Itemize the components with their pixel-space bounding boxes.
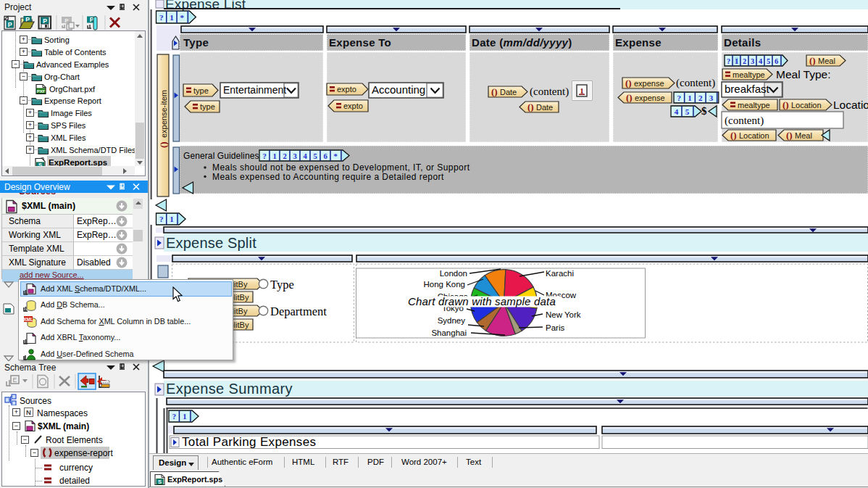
svg-text:(): () bbox=[809, 55, 816, 66]
svg-text:Sydney: Sydney bbox=[438, 316, 466, 325]
svg-text:Expense: Expense bbox=[615, 36, 662, 49]
svg-text:4: 4 bbox=[759, 57, 763, 65]
svg-text:(content): (content) bbox=[725, 115, 764, 127]
svg-text:PXF: PXF bbox=[37, 89, 46, 94]
svg-text:5: 5 bbox=[313, 152, 317, 160]
svg-text:expto: expto bbox=[337, 85, 356, 94]
svg-text:2: 2 bbox=[283, 152, 286, 160]
svg-text:Chart drawn with sample data: Chart drawn with sample data bbox=[408, 295, 556, 307]
svg-text:mealtype: mealtype bbox=[738, 101, 770, 109]
svg-text:*: * bbox=[333, 152, 337, 160]
svg-text:Date: Date bbox=[500, 88, 517, 96]
svg-text:Location: Location bbox=[739, 131, 769, 140]
svg-text:Location: Location bbox=[791, 101, 822, 109]
svg-text:Meal: Meal bbox=[795, 131, 812, 140]
svg-text:?: ? bbox=[262, 152, 266, 160]
svg-text:Expense To: Expense To bbox=[329, 36, 391, 49]
svg-text:Total Parking Expenses: Total Parking Expenses bbox=[182, 435, 316, 449]
svg-text:(): () bbox=[626, 92, 633, 103]
svg-text:P: P bbox=[43, 17, 47, 25]
svg-text:Paris: Paris bbox=[546, 323, 564, 332]
svg-text:Meal Type:: Meal Type: bbox=[776, 68, 831, 80]
svg-text:mealtype: mealtype bbox=[733, 70, 765, 79]
svg-text:?: ? bbox=[159, 13, 164, 22]
svg-text:(): () bbox=[491, 86, 498, 97]
svg-text:1: 1 bbox=[170, 13, 174, 22]
svg-text:?: ? bbox=[677, 94, 682, 102]
svg-text:(content): (content) bbox=[530, 86, 569, 98]
svg-text:Expense Summary: Expense Summary bbox=[166, 381, 293, 397]
svg-text:3: 3 bbox=[709, 94, 714, 102]
svg-text:(content): (content) bbox=[676, 77, 715, 89]
svg-text:4: 4 bbox=[675, 107, 679, 116]
svg-text:expense: expense bbox=[634, 79, 664, 88]
svg-text:E: E bbox=[12, 376, 17, 384]
svg-text:Hong Kong: Hong Kong bbox=[423, 280, 465, 289]
svg-text:1: 1 bbox=[183, 413, 186, 421]
svg-text:Date: Date bbox=[536, 103, 553, 112]
svg-text:6: 6 bbox=[323, 152, 327, 160]
svg-text:expense: expense bbox=[635, 94, 665, 102]
svg-text:breakfast: breakfast bbox=[725, 83, 770, 95]
svg-text:type: type bbox=[200, 102, 215, 111]
svg-text:2: 2 bbox=[698, 94, 703, 102]
svg-text:XML: XML bbox=[23, 317, 33, 322]
svg-text:Accounting: Accounting bbox=[372, 83, 425, 96]
svg-text:3: 3 bbox=[751, 57, 754, 65]
svg-text:(): () bbox=[625, 78, 632, 88]
svg-text:5: 5 bbox=[767, 57, 770, 65]
svg-text:Expense List: Expense List bbox=[165, 0, 246, 12]
svg-text:(): () bbox=[158, 141, 169, 148]
svg-text:1: 1 bbox=[170, 215, 174, 223]
svg-text:type: type bbox=[193, 86, 209, 95]
svg-text:1: 1 bbox=[688, 94, 692, 102]
svg-text:Karachi: Karachi bbox=[546, 269, 574, 278]
svg-text:Department: Department bbox=[270, 305, 327, 318]
svg-text:Type: Type bbox=[183, 36, 209, 49]
svg-text:S: S bbox=[158, 479, 162, 485]
svg-text:Date (mm/dd/yyyy): Date (mm/dd/yyyy) bbox=[472, 36, 572, 49]
svg-text:(): () bbox=[786, 130, 793, 141]
svg-text:?: ? bbox=[172, 413, 176, 421]
svg-text:?: ? bbox=[159, 215, 164, 223]
svg-text:General Guidelines:: General Guidelines: bbox=[183, 151, 262, 161]
svg-text:Shanghai: Shanghai bbox=[431, 328, 467, 337]
svg-text:Details: Details bbox=[724, 36, 761, 49]
svg-text:(): () bbox=[783, 99, 789, 110]
svg-text:5: 5 bbox=[685, 107, 690, 116]
svg-text:Expense Split: Expense Split bbox=[166, 235, 256, 251]
svg-text:?: ? bbox=[727, 57, 730, 65]
svg-text:1: 1 bbox=[272, 152, 276, 160]
svg-text:3: 3 bbox=[293, 152, 296, 160]
svg-text:(): () bbox=[527, 102, 534, 112]
svg-text:Type: Type bbox=[270, 278, 294, 291]
svg-text:New York: New York bbox=[546, 310, 581, 319]
svg-text:*: * bbox=[180, 13, 185, 22]
svg-text:(): () bbox=[730, 130, 737, 141]
svg-text:1: 1 bbox=[580, 86, 584, 95]
svg-text:$: $ bbox=[701, 105, 707, 117]
svg-text:Location: Location bbox=[833, 99, 868, 111]
svg-text:6: 6 bbox=[775, 57, 778, 65]
svg-text:4: 4 bbox=[303, 152, 307, 160]
svg-text:expto: expto bbox=[343, 102, 363, 110]
svg-text:Meal: Meal bbox=[818, 57, 835, 65]
svg-text:2: 2 bbox=[743, 57, 746, 65]
svg-text:1: 1 bbox=[735, 57, 738, 65]
svg-text:expense-item: expense-item bbox=[159, 90, 168, 138]
svg-text:Entertainment: Entertainment bbox=[223, 84, 286, 96]
svg-text:London: London bbox=[440, 269, 467, 278]
svg-text:P: P bbox=[8, 21, 12, 28]
svg-text:Meals expensed to Accounting r: Meals expensed to Accounting require a D… bbox=[212, 172, 444, 182]
